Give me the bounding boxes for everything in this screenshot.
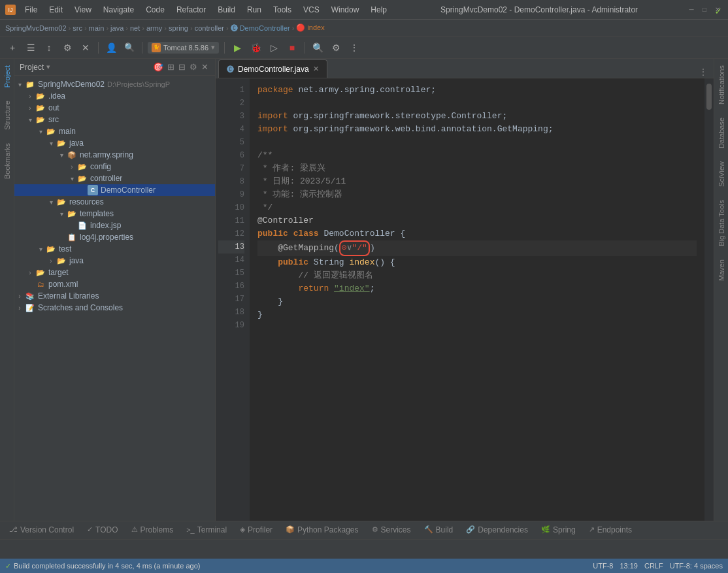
toolbar-settings-btn[interactable]: ⚙ (60, 41, 74, 55)
breadcrumb-spring[interactable]: spring (169, 24, 188, 32)
status-line-col[interactable]: 13:19 (620, 562, 638, 570)
tab-services[interactable]: ⚙ Services (365, 522, 418, 539)
menu-file[interactable]: File (20, 4, 42, 16)
menu-help[interactable]: Help (365, 4, 392, 16)
toolbar-debug-btn[interactable]: 🐞 (248, 41, 263, 55)
toolbar-list-btn[interactable]: ☰ (24, 41, 38, 55)
menu-code[interactable]: Code (141, 4, 170, 16)
services-icon: ⚙ (372, 525, 378, 534)
menu-window[interactable]: Window (326, 4, 365, 16)
profiler-icon: ◈ (240, 525, 245, 534)
tree-item-templates[interactable]: ▾ 📂 templates (14, 208, 215, 220)
scrollbar-thumb[interactable] (706, 84, 712, 110)
panel-expand-all-btn[interactable]: ⊞ (166, 61, 176, 73)
tree-item-out[interactable]: › 📂 out (14, 102, 215, 114)
toolbar-more-btn[interactable]: ⋮ (347, 41, 361, 55)
tree-item-main[interactable]: ▾ 📂 main (14, 125, 215, 137)
tab-build[interactable]: 🔨 Build (418, 522, 460, 539)
panel-locate-btn[interactable]: 🎯 (152, 61, 165, 73)
status-indent[interactable]: UTF-8: 4 spaces (670, 562, 723, 570)
minimize-button[interactable]: ─ (686, 5, 697, 15)
toolbar-sort-btn[interactable]: ↕ (42, 41, 56, 55)
toolbar-search-btn[interactable]: 🔍 (122, 41, 137, 55)
tree-item-controller[interactable]: ▾ 📂 controller (14, 172, 215, 184)
code-content[interactable]: package net.army.spring.controller; impo… (250, 78, 704, 521)
project-tree: ▾ 📁 SpringMvcDemo02 D:\Projects\SpringP … (14, 76, 215, 521)
toolbar-run-coverage-btn[interactable]: ▷ (267, 41, 281, 55)
tab-dependencies[interactable]: 🔗 Dependencies (459, 522, 535, 539)
status-encoding[interactable]: UTF-8 (593, 562, 613, 570)
panel-collapse-all-btn[interactable]: ⊟ (177, 61, 187, 73)
tab-version-control[interactable]: ⎇ Version Control (3, 522, 80, 539)
toolbar-close-btn[interactable]: ✕ (78, 41, 93, 55)
breadcrumb-army[interactable]: army (146, 24, 162, 32)
tab-problems[interactable]: ⚠ Problems (125, 522, 180, 539)
tree-item-indexjsp[interactable]: 📄 index.jsp (14, 220, 215, 231)
breadcrumb-main[interactable]: main (89, 24, 105, 32)
breadcrumb-java[interactable]: java (110, 24, 124, 32)
code-line-13: @GetMapping(⊙∨"/") (257, 240, 697, 256)
menu-run[interactable]: Run (242, 4, 267, 16)
breadcrumb-project[interactable]: SpringMvcDemo02 (5, 24, 67, 32)
bookmarks-tab[interactable]: Bookmarks (1, 137, 14, 186)
status-crlf[interactable]: CRLF (644, 562, 663, 570)
tree-item-java-dir[interactable]: ▾ 📂 java (14, 137, 215, 149)
structure-tab[interactable]: Structure (1, 94, 14, 137)
tab-spring[interactable]: 🌿 Spring (535, 522, 582, 539)
sciview-tab[interactable]: SciView (715, 155, 728, 193)
tree-item-testjava[interactable]: › 📂 java (14, 255, 215, 267)
breadcrumb-src[interactable]: src (73, 24, 82, 32)
tab-close-btn[interactable]: ✕ (313, 65, 319, 73)
toolbar-gear-btn[interactable]: ⚙ (329, 41, 343, 55)
tree-item-netarmyspring[interactable]: ▾ 📦 net.army.spring (14, 149, 215, 161)
tab-python-packages[interactable]: 📦 Python Packages (279, 522, 365, 539)
breadcrumb-controller[interactable]: controller (195, 24, 224, 32)
toolbar-separator3 (224, 42, 225, 54)
menu-edit[interactable]: Edit (44, 4, 68, 16)
toolbar-stop-btn[interactable]: ■ (285, 41, 299, 55)
panel-close-btn[interactable]: ✕ (200, 61, 210, 73)
tree-item-target[interactable]: › 📂 target (14, 267, 215, 278)
right-sidebar: Notifications Database SciView Big Data … (714, 59, 728, 521)
tree-item-scratches[interactable]: › 📝 Scratches and Consoles (14, 302, 215, 314)
breadcrumb-net[interactable]: net (130, 24, 140, 32)
menu-refactor[interactable]: Refactor (171, 4, 211, 16)
menu-vcs[interactable]: VCS (298, 4, 325, 16)
menu-view[interactable]: View (69, 4, 97, 16)
menu-build[interactable]: Build (212, 4, 240, 16)
recent-files-btn[interactable]: ⋮ (698, 66, 708, 78)
tree-item-democontroller[interactable]: C DemoController (14, 184, 215, 196)
breadcrumb-democontroller[interactable]: 🅒 DemoController (231, 24, 290, 32)
menu-tools[interactable]: Tools (268, 4, 297, 16)
tab-label: DemoController.java (238, 65, 309, 74)
tree-item-config[interactable]: › 📂 config (14, 161, 215, 172)
maven-tab[interactable]: Maven (715, 253, 728, 287)
project-tab[interactable]: Project (1, 59, 14, 94)
tab-terminal[interactable]: >_ Terminal (180, 522, 233, 539)
toolbar-avatar-btn[interactable]: 👤 (104, 41, 118, 55)
tree-item-src[interactable]: ▾ 📂 src (14, 114, 215, 125)
tree-item-pomxml[interactable]: 🗂 pom.xml (14, 278, 215, 290)
tree-item-extlibs[interactable]: › 📚 External Libraries (14, 290, 215, 302)
panel-dropdown-icon[interactable]: ▾ (46, 63, 50, 71)
toolbar-build-btn[interactable]: ▶ (230, 41, 244, 55)
bigdatatools-tab[interactable]: Big Data Tools (715, 193, 728, 253)
panel-settings-btn[interactable]: ⚙ (188, 61, 199, 73)
tab-endpoints[interactable]: ↗ Endpoints (582, 522, 638, 539)
tree-item-springmvcdemo02[interactable]: ▾ 📁 SpringMvcDemo02 D:\Projects\SpringP (14, 78, 215, 90)
maximize-button[interactable]: □ (699, 5, 710, 15)
run-config-tomcat[interactable]: 🐈 Tomcat 8.5.86 ▾ (148, 42, 219, 54)
tree-item-log4j[interactable]: 📋 log4j.properties (14, 231, 215, 243)
database-tab[interactable]: Database (715, 111, 728, 155)
tab-profiler[interactable]: ◈ Profiler (233, 522, 279, 539)
tab-democontroller[interactable]: 🅒 DemoController.java ✕ (218, 59, 327, 78)
tree-item-resources[interactable]: ▾ 📂 resources (14, 196, 215, 208)
tree-item-idea[interactable]: › 📂 .idea (14, 90, 215, 102)
notifications-tab[interactable]: Notifications (715, 59, 728, 111)
toolbar-add-btn[interactable]: + (5, 41, 20, 55)
tab-todo[interactable]: ✓ TODO (80, 522, 124, 539)
menu-navigate[interactable]: Navigate (98, 4, 139, 16)
breadcrumb-index[interactable]: 🔴 index (296, 24, 324, 32)
toolbar-find-btn[interactable]: 🔍 (310, 41, 325, 55)
tree-item-test[interactable]: ▾ 📂 test (14, 243, 215, 255)
